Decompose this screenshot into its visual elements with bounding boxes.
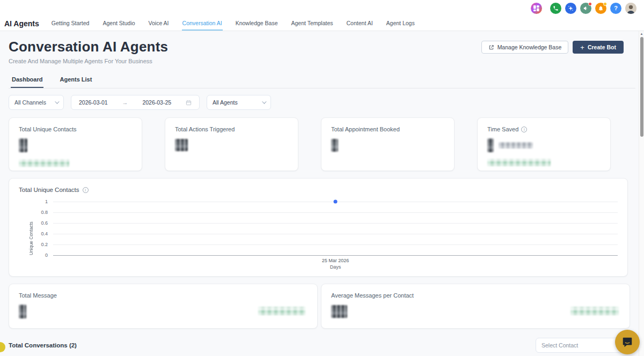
card-title: Total Message	[19, 292, 308, 299]
calendar-icon	[186, 100, 192, 106]
y-tick-label: 0	[45, 253, 48, 258]
redacted-value	[331, 139, 338, 152]
stat-card-title: Total Unique Contacts	[19, 126, 132, 132]
tab-agents-list[interactable]: Agents List	[58, 73, 93, 88]
redacted-delta	[570, 307, 619, 315]
notification-badge	[603, 2, 607, 6]
y-tick-label: 0.4	[41, 231, 48, 236]
channels-select[interactable]: All Channels	[9, 95, 64, 110]
avg-messages-per-contact-card: Average Messages per Contact	[321, 284, 630, 329]
arrow-right-icon: →	[122, 99, 128, 106]
agents-select[interactable]: All Agents	[207, 95, 271, 110]
announcements-icon[interactable]	[580, 3, 591, 14]
y-tick-label: 0.8	[41, 210, 48, 215]
scrollbar-thumb[interactable]	[640, 37, 643, 137]
gridline	[53, 244, 618, 245]
chat-widget-button[interactable]	[615, 330, 640, 354]
nav-tab-agent-logs[interactable]: Agent Logs	[386, 16, 415, 31]
view-tabs: Dashboard Agents List	[9, 73, 635, 88]
redacted-delta	[487, 159, 551, 166]
x-tick-label: 25 Mar 2026	[322, 258, 349, 263]
redacted-value	[175, 139, 188, 151]
vertical-scrollbar[interactable]: ▲	[639, 31, 644, 356]
stat-card-total-actions-triggered: Total Actions Triggered	[165, 117, 298, 171]
redacted-value	[19, 305, 26, 318]
gridline	[53, 223, 618, 224]
stat-card-total-unique-contacts: Total Unique Contacts	[9, 117, 142, 171]
redacted-value	[19, 138, 27, 152]
redacted-unit	[499, 142, 533, 149]
plus-icon: +	[580, 44, 584, 51]
connect-icon[interactable]	[565, 3, 576, 14]
chevron-down-icon	[262, 99, 266, 103]
nav-tab-knowledge-base[interactable]: Knowledge Base	[235, 16, 279, 31]
help-icon[interactable]: ?	[610, 3, 621, 14]
card-title: Average Messages per Contact	[331, 292, 620, 299]
redacted-delta	[19, 159, 69, 167]
stat-card-total-appointment-booked: Total Appointment Booked	[321, 117, 455, 171]
scrollbar-up-arrow[interactable]: ▲	[639, 31, 644, 36]
chart-area: Unique Contacts 10.80.60.40.20 25 Mar 20…	[19, 202, 618, 271]
chart-title: Total Unique Contacts	[19, 187, 79, 193]
top-icon-bar: ?	[0, 0, 644, 16]
select-contact-dropdown[interactable]: Select Contact	[536, 338, 628, 353]
nav-tabs: Getting Started Agent Studio Voice AI Co…	[51, 16, 415, 31]
nav-tab-getting-started[interactable]: Getting Started	[51, 16, 90, 31]
page-title: Conversation AI Agents	[9, 39, 168, 55]
redacted-value	[487, 138, 494, 152]
notification-badge	[588, 2, 592, 6]
phone-icon[interactable]	[550, 3, 561, 14]
date-end[interactable]: 2026-03-25	[142, 99, 171, 106]
gridline	[53, 234, 618, 234]
date-range-picker[interactable]: 2026-03-01 → 2026-03-25	[71, 95, 200, 110]
tab-dashboard[interactable]: Dashboard	[11, 73, 43, 88]
apps-launcher-icon[interactable]	[531, 3, 542, 14]
create-bot-button[interactable]: + Create Bot	[573, 41, 624, 54]
stat-card-title: Total Appointment Booked	[331, 126, 444, 132]
y-tick-label: 0.2	[41, 242, 48, 247]
page-subtitle: Create And Manage Multiple Agents For Yo…	[9, 58, 168, 64]
nav-tab-conversation-ai[interactable]: Conversation AI	[182, 16, 223, 31]
redacted-delta	[258, 307, 305, 315]
gridline	[53, 212, 618, 213]
user-avatar[interactable]	[625, 3, 636, 14]
main-navbar: AI Agents Getting Started Agent Studio V…	[0, 16, 644, 31]
date-start[interactable]: 2026-03-01	[79, 99, 108, 106]
external-link-icon	[488, 44, 494, 50]
y-tick-label: 0.6	[41, 220, 48, 226]
chart-plot: 10.80.60.40.20	[53, 202, 618, 255]
chat-bubble-icon	[621, 336, 633, 348]
floating-widget-partial[interactable]	[0, 342, 5, 352]
brand-title: AI Agents	[4, 19, 39, 28]
nav-tab-voice-ai[interactable]: Voice AI	[148, 16, 170, 31]
manage-knowledge-base-button[interactable]: Manage Knowledge Base	[481, 41, 569, 54]
page-content: Conversation AI Agents Create And Manage…	[0, 31, 644, 356]
total-message-card: Total Message	[9, 284, 318, 329]
stat-card-title: Time Saved i	[487, 126, 601, 132]
y-axis-title: Unique Contacts	[28, 202, 34, 255]
stat-card-time-saved: Time Saved i	[477, 117, 611, 171]
nav-tab-agent-studio[interactable]: Agent Studio	[102, 16, 135, 31]
y-tick-label: 1	[45, 199, 48, 204]
redacted-value	[331, 305, 347, 318]
total-conversations-title: Total Conversations (2)	[9, 342, 77, 348]
unique-contacts-chart-card: Total Unique Contacts i Unique Contacts …	[9, 178, 628, 277]
info-icon[interactable]: i	[83, 187, 89, 193]
nav-tab-content-ai[interactable]: Content AI	[346, 16, 374, 31]
stat-card-title: Total Actions Triggered	[175, 126, 288, 132]
question-glyph: ?	[614, 5, 618, 11]
nav-tab-agent-templates[interactable]: Agent Templates	[291, 16, 334, 31]
notifications-bell-icon[interactable]	[595, 3, 606, 14]
data-point[interactable]	[334, 200, 338, 204]
info-icon[interactable]: i	[521, 127, 527, 132]
x-axis-title: Days	[53, 264, 618, 271]
chevron-down-icon	[55, 99, 59, 103]
